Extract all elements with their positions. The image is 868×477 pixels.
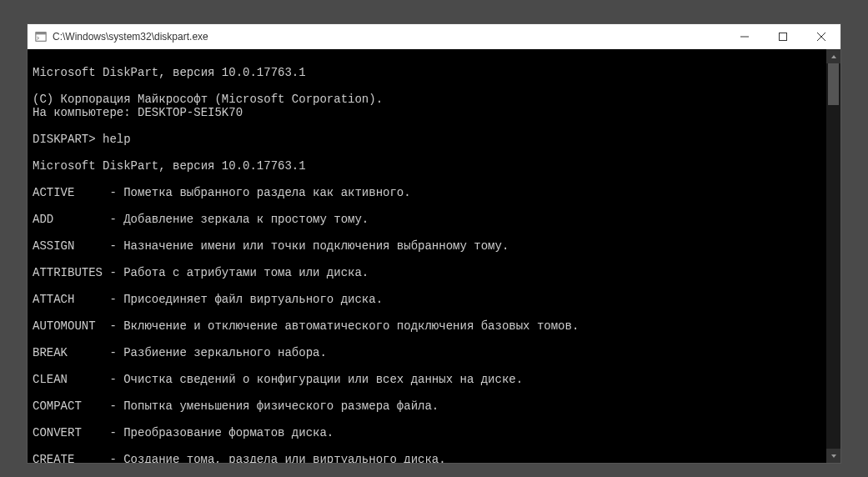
cmd-name: ASSIGN xyxy=(33,239,109,253)
cmd-name: BREAK xyxy=(33,346,109,359)
help-row: ADD- Добавление зеркала к простому тому. xyxy=(33,213,821,226)
diskpart-window: C:\Windows\system32\diskpart.exe Microso… xyxy=(27,23,841,464)
console-line: Microsoft DiskPart, версия 10.0.17763.1 xyxy=(33,159,306,173)
cmd-desc: - Присоединяет файл виртуального диска. xyxy=(109,293,383,306)
cmd-desc: - Разбиение зеркального набора. xyxy=(109,346,326,359)
cmd-desc: - Включение и отключение автоматического… xyxy=(109,319,579,333)
svg-rect-1 xyxy=(36,33,46,35)
scroll-up-button[interactable] xyxy=(826,49,840,63)
console-line: На компьютере: DESKTOP-SEI5K70 xyxy=(33,106,243,119)
help-row: BREAK- Разбиение зеркального набора. xyxy=(33,346,821,359)
svg-rect-3 xyxy=(780,33,787,41)
cmd-name: ATTACH xyxy=(33,293,109,306)
help-row: ATTRIBUTES- Работа с атрибутами тома или… xyxy=(33,266,821,279)
titlebar[interactable]: C:\Windows\system32\diskpart.exe xyxy=(28,24,840,49)
cmd-desc: - Преобразование форматов диска. xyxy=(109,426,334,439)
console-line: (C) Корпорация Майкрософт (Microsoft Cor… xyxy=(33,93,383,106)
scroll-down-button[interactable] xyxy=(826,449,840,463)
console-line: Microsoft DiskPart, версия 10.0.17763.1 xyxy=(33,66,306,79)
cmd-desc: - Добавление зеркала к простому тому. xyxy=(109,213,369,226)
vertical-scrollbar[interactable] xyxy=(826,49,840,463)
help-row: ASSIGN- Назначение имени или точки подкл… xyxy=(33,239,821,253)
console-output[interactable]: Microsoft DiskPart, версия 10.0.17763.1 … xyxy=(28,49,826,463)
help-row: ACTIVE- Пометка выбранного раздела как а… xyxy=(33,186,821,199)
cmd-desc: - Очистка сведений о конфигурации или вс… xyxy=(109,373,523,386)
cmd-name: ACTIVE xyxy=(33,186,109,199)
help-row: COMPACT- Попытка уменьшения физического … xyxy=(33,399,821,413)
cmd-desc: - Назначение имени или точки подключения… xyxy=(109,239,509,253)
cmd-desc: - Попытка уменьшения физического размера… xyxy=(109,399,439,413)
console-prompt: DISKPART> help xyxy=(33,133,131,146)
cmd-name: CREATE xyxy=(33,453,109,463)
cmd-name: CLEAN xyxy=(33,373,109,386)
help-row: CREATE- Создание тома, раздела или вирту… xyxy=(33,453,821,463)
cmd-name: AUTOMOUNT xyxy=(33,319,109,333)
close-button[interactable] xyxy=(802,24,840,49)
console-area: Microsoft DiskPart, версия 10.0.17763.1 … xyxy=(28,49,840,463)
maximize-button[interactable] xyxy=(764,24,802,49)
minimize-button[interactable] xyxy=(725,24,764,49)
console-icon xyxy=(34,30,48,43)
help-row: CLEAN- Очистка сведений о конфигурации и… xyxy=(33,373,821,386)
cmd-desc: - Работа с атрибутами тома или диска. xyxy=(109,266,369,279)
scroll-thumb[interactable] xyxy=(828,63,839,105)
cmd-name: ATTRIBUTES xyxy=(33,266,109,279)
cmd-name: ADD xyxy=(33,213,109,226)
window-title: C:\Windows\system32\diskpart.exe xyxy=(53,31,208,43)
help-row: CONVERT- Преобразование форматов диска. xyxy=(33,426,821,439)
cmd-name: CONVERT xyxy=(33,426,109,439)
cmd-desc: - Пометка выбранного раздела как активно… xyxy=(109,186,410,199)
cmd-name: COMPACT xyxy=(33,399,109,413)
help-row: ATTACH- Присоединяет файл виртуального д… xyxy=(33,293,821,306)
cmd-desc: - Создание тома, раздела или виртуальног… xyxy=(109,453,445,463)
help-row: AUTOMOUNT- Включение и отключение автома… xyxy=(33,319,821,333)
